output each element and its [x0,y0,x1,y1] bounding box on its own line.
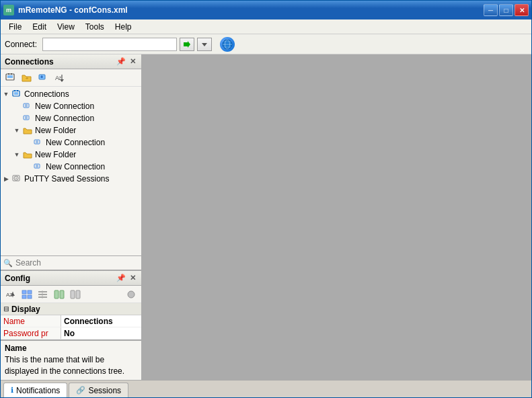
tree-item-connections-root[interactable]: ▼ Connections [1,88,141,100]
search-icon: 🔍 [3,259,13,268]
svg-marker-18 [60,79,64,82]
tree-label-new-connection-1: New Connection [35,102,94,111]
menu-view[interactable]: View [52,21,80,33]
putty-icon [11,173,22,184]
property-name-password: Password pr [1,327,61,339]
svg-marker-1 [202,43,207,46]
property-group-display[interactable]: ⊟ Display [1,303,141,315]
config-btn4[interactable] [68,288,83,301]
window-title: mRemoteNG - confCons.xml [18,5,484,15]
svg-marker-0 [184,41,190,48]
tree-label-putty: PuTTY Saved Sessions [24,174,110,184]
sort-button[interactable]: A Z [52,71,67,85]
tree-item-new-connection-2[interactable]: ─ New Connection [1,112,141,124]
tree-item-new-connection-3[interactable]: ─ New Connection [1,136,141,149]
connections-pin-button[interactable]: 📌 [116,57,126,67]
tab-notifications[interactable]: ℹ Notifications [3,383,67,397]
tab-sessions[interactable]: 🔗 Sessions [69,383,128,397]
svg-point-38 [15,177,17,179]
search-input[interactable] [15,258,139,268]
main-content: Connections 📌 ✕ [1,54,531,380]
menu-tools[interactable]: Tools [80,21,110,33]
search-bar: 🔍 [1,255,141,270]
menu-help[interactable]: Help [110,21,137,33]
svg-rect-8 [8,73,9,75]
maximize-button[interactable]: □ [499,4,513,16]
svg-rect-54 [76,290,80,298]
svg-rect-51 [54,290,59,298]
expand-putty[interactable]: ▶ [1,173,11,184]
svg-rect-24 [24,104,29,108]
svg-rect-43 [22,290,26,294]
config-toolbar: A Z [1,286,141,303]
expand-new-folder-2[interactable]: ▼ [11,149,22,160]
property-grid: ⊟ Display Name Connections Password pr N… [1,303,141,340]
connect-arrow-btn[interactable] [180,38,194,51]
menubar: File Edit View Tools Help [1,19,531,34]
tree-item-new-folder-2[interactable]: ▼ New Folder [1,149,141,161]
config-sort-btn[interactable]: A Z [3,288,18,301]
expand-new-connection-3: ─ [22,137,33,148]
svg-text:+: + [26,75,29,81]
menu-edit[interactable]: Edit [27,21,52,33]
expand-new-connection-4: ─ [22,161,33,172]
tree-label-new-folder-1: New Folder [35,126,76,135]
menu-file[interactable]: File [3,21,27,33]
close-button[interactable]: ✕ [515,4,529,16]
svg-rect-53 [71,290,75,298]
expand-new-connection-2: ─ [11,113,22,124]
config-status-indicator [124,288,139,301]
tree-label-new-connection-4: New Connection [46,162,105,171]
description-text: This is the name that will be displayed … [5,354,137,377]
tree-label-new-folder-2: New Folder [35,150,76,159]
svg-rect-30 [34,140,40,144]
tree-item-putty[interactable]: ▶ PuTTY Saved Sessions [1,173,141,185]
connection-3-icon [33,137,44,148]
minimize-button[interactable]: ─ [484,4,498,16]
window-controls: ─ □ ✕ [484,4,529,16]
connections-panel-icons: 📌 ✕ [116,57,137,67]
tree-item-new-connection-1[interactable]: ─ New Connection [1,100,141,112]
svg-rect-46 [28,295,32,298]
config-list-btn[interactable] [36,288,50,301]
left-panel: Connections 📌 ✕ [1,54,142,380]
svg-point-55 [128,291,135,298]
group-toggle-display[interactable]: ⊟ [3,305,9,313]
svg-rect-20 [14,90,15,91]
new-folder-button[interactable]: + [20,71,34,85]
connections-close-button[interactable]: ✕ [128,57,137,67]
tree-item-new-folder-1[interactable]: ▼ New Folder [1,124,141,136]
svg-rect-9 [11,73,12,75]
connections-panel-title: Connections [5,57,116,67]
connect-label: Connect: [5,40,37,49]
config-close-button[interactable]: ✕ [128,274,137,283]
notifications-tab-label: Notifications [16,386,60,395]
svg-rect-19 [13,91,20,96]
new-connection2-button[interactable]: + [36,71,50,85]
connections-root-icon [11,89,22,100]
connect-dropdown-btn[interactable] [197,38,212,51]
expand-new-folder-1[interactable]: ▼ [11,125,22,136]
property-row-name: Name Connections [1,315,141,327]
connect-input[interactable] [42,38,177,51]
tree-label-new-connection-2: New Connection [35,114,94,123]
svg-rect-33 [34,164,40,168]
sessions-tab-icon: 🔗 [76,386,85,395]
connection-4-icon [33,161,44,172]
right-panel [142,54,531,380]
main-toolbar: Connect: [1,34,531,54]
sessions-tab-label: Sessions [88,386,121,395]
config-categories-btn[interactable] [20,288,34,301]
connections-tree: ▼ Connections ─ [1,87,141,255]
svg-rect-45 [22,295,26,298]
globe-button[interactable] [220,37,235,52]
svg-rect-52 [60,290,64,298]
expand-connections-root[interactable]: ▼ [1,89,11,100]
tree-label-new-connection-3: New Connection [46,138,105,147]
tree-item-new-connection-4[interactable]: ─ New Connection [1,161,141,173]
config-pin-button[interactable]: 📌 [116,274,126,283]
new-connection-button[interactable] [3,71,18,85]
description-panel: Name This is the name that will be displ… [1,340,141,380]
config-btn3[interactable] [52,288,67,301]
connections-panel-header: Connections 📌 ✕ [1,54,141,69]
